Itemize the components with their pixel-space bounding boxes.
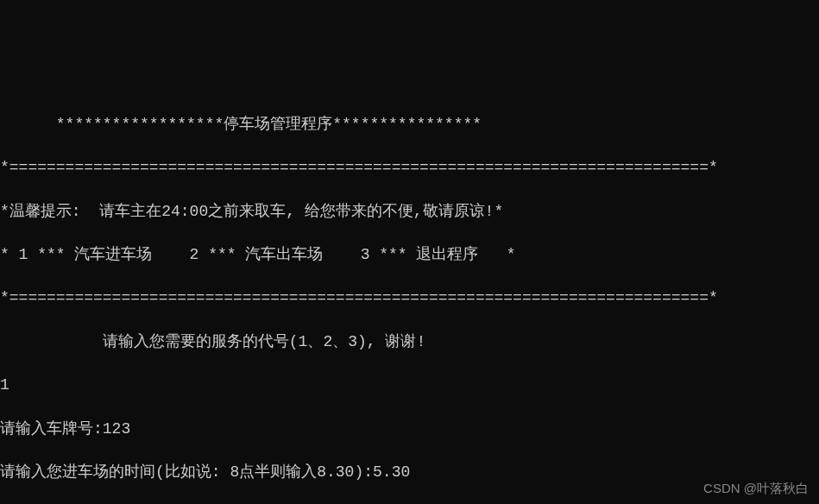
- session1-time-value: 5.30: [373, 463, 410, 481]
- session1-plate-prompt: 请输入车牌号:: [0, 420, 103, 438]
- service-prompt-1: 请输入您需要的服务的代号(1、2、3), 谢谢!: [0, 331, 819, 353]
- watermark: CSDN @叶落秋白: [703, 479, 809, 497]
- session1-choice: 1: [0, 375, 819, 396]
- header-title: ******************停车场管理程序***************…: [0, 114, 819, 135]
- session1-time-prompt: 请输入您进车场的时间(比如说: 8点半则输入8.30):: [0, 463, 373, 481]
- session1-plate-line: 请输入车牌号:123: [0, 419, 819, 440]
- header-divider-bottom: *=======================================…: [0, 287, 819, 309]
- session1-plate-value: 123: [103, 420, 130, 438]
- terminal-output[interactable]: ******************停车场管理程序***************…: [0, 87, 819, 504]
- header-menu: * 1 *** 汽车进车场 2 *** 汽车出车场 3 *** 退出程序 *: [0, 244, 819, 266]
- header-divider-top: *=======================================…: [0, 157, 819, 179]
- header-tip: *温馨提示: 请车主在24:00之前来取车, 给您带来的不便,敬请原谅!*: [0, 201, 819, 223]
- session1-time-line: 请输入您进车场的时间(比如说: 8点半则输入8.30):5.30: [0, 462, 819, 483]
